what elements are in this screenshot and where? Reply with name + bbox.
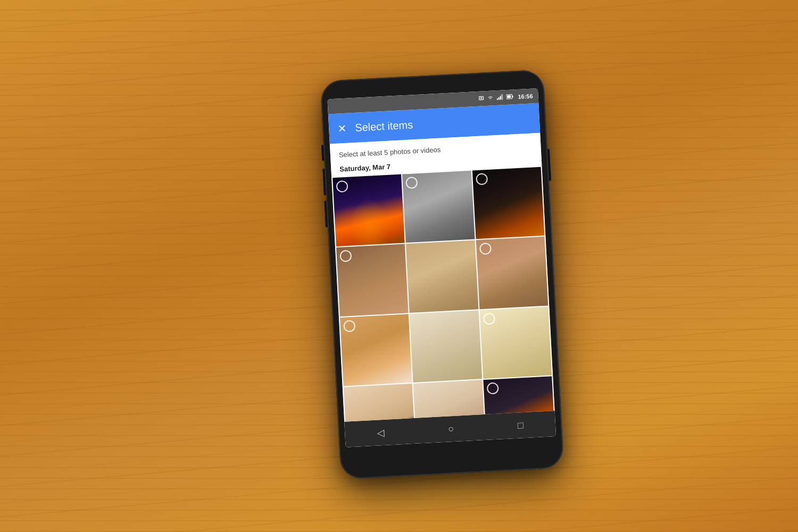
close-button[interactable]: ✕ <box>337 123 347 134</box>
svg-rect-1 <box>480 97 483 98</box>
vibrate-icon <box>478 95 484 102</box>
select-circle-4 <box>339 250 352 262</box>
photo-item-10[interactable] <box>344 384 416 422</box>
select-circle-1 <box>336 180 348 193</box>
photo-grid <box>331 167 554 422</box>
select-circle-7 <box>343 320 355 332</box>
phone-wrapper: 16:56 ✕ Select items Select at least 5 p… <box>320 69 564 479</box>
photo-item-1[interactable] <box>332 174 405 247</box>
power-button <box>547 149 551 181</box>
phone-frame: 16:56 ✕ Select items Select at least 5 p… <box>320 69 564 479</box>
home-nav-button[interactable]: ○ <box>439 419 463 439</box>
svg-rect-4 <box>500 96 501 100</box>
wifi-icon <box>487 95 494 102</box>
back-nav-button[interactable]: ◁ <box>368 422 393 443</box>
select-circle-12 <box>486 383 498 395</box>
svg-rect-8 <box>507 95 511 98</box>
select-circle-3 <box>476 173 488 185</box>
status-time: 16:56 <box>518 93 533 99</box>
volume-down-button <box>324 201 328 227</box>
mute-button <box>321 145 325 161</box>
photo-item-9[interactable] <box>479 306 552 379</box>
battery-icon <box>506 94 514 101</box>
content-area: Select at least 5 photos or videos Satur… <box>330 133 555 422</box>
select-circle-9 <box>483 312 495 325</box>
photo-item-8[interactable] <box>410 310 482 383</box>
photo-item-4[interactable] <box>336 244 409 317</box>
signal-icon <box>496 94 503 101</box>
svg-rect-7 <box>512 96 513 97</box>
photo-item-3[interactable] <box>472 167 544 239</box>
scene-container: 16:56 ✕ Select items Select at least 5 p… <box>0 0 798 532</box>
photo-item-6[interactable] <box>476 237 548 309</box>
select-circle-6 <box>479 243 492 255</box>
svg-rect-3 <box>498 97 500 100</box>
phone-screen: 16:56 ✕ Select items Select at least 5 p… <box>327 88 556 447</box>
photo-item-7[interactable] <box>340 314 412 386</box>
volume-up-button <box>322 169 326 195</box>
svg-rect-2 <box>497 98 498 100</box>
app-bar-title: Select items <box>355 112 531 134</box>
svg-rect-5 <box>501 94 503 99</box>
photo-item-2[interactable] <box>402 171 475 243</box>
recent-nav-button[interactable]: □ <box>509 415 533 436</box>
photo-item-5[interactable] <box>406 240 478 313</box>
select-circle-2 <box>406 177 418 189</box>
